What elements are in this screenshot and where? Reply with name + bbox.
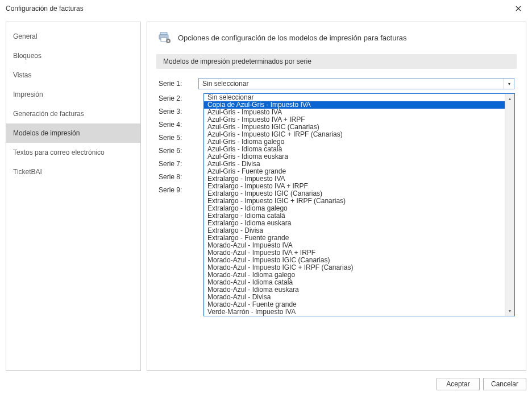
accept-button[interactable]: Aceptar xyxy=(437,378,480,390)
sidebar-item[interactable]: General xyxy=(6,27,140,46)
close-icon xyxy=(516,6,521,11)
printer-gear-icon xyxy=(159,31,171,44)
series-label: Serie 2: xyxy=(159,94,198,102)
sidebar-item[interactable]: Textos para correo electrónico xyxy=(6,143,140,162)
series-label: Serie 1: xyxy=(159,80,198,88)
series-label: Serie 8: xyxy=(159,173,198,181)
sidebar-item[interactable]: TicketBAI xyxy=(6,162,140,182)
scrollbar[interactable]: ▴ ▾ xyxy=(505,94,514,316)
series-label: Serie 5: xyxy=(159,134,198,142)
svg-rect-0 xyxy=(160,32,167,35)
close-button[interactable] xyxy=(510,3,526,14)
sidebar-item[interactable]: Modelos de impresión xyxy=(6,123,140,143)
svg-point-4 xyxy=(168,40,169,42)
content-title: Opciones de configuración de los modelos… xyxy=(178,34,407,42)
combo-value: Sin seleccionar xyxy=(202,80,248,88)
series-row: Serie 1:Sin seleccionar▾ xyxy=(159,78,514,89)
footer: Aceptar Cancelar xyxy=(437,378,526,390)
content-header: Opciones de configuración de los modelos… xyxy=(147,31,526,54)
series-label: Serie 6: xyxy=(159,147,198,155)
window-title: Configuración de facturas xyxy=(6,5,84,13)
dropdown-list[interactable]: Sin seleccionarCopia de Azul-Gris - Impu… xyxy=(203,93,515,316)
sidebar-item[interactable]: Vistas xyxy=(6,65,140,85)
scroll-down-icon[interactable]: ▾ xyxy=(505,306,514,316)
titlebar: Configuración de facturas xyxy=(0,0,532,16)
svg-rect-2 xyxy=(161,38,167,42)
sidebar-item[interactable]: Generación de facturas xyxy=(6,104,140,123)
chevron-down-icon[interactable]: ▾ xyxy=(504,79,514,89)
series-label: Serie 9: xyxy=(159,186,198,194)
series-label: Serie 3: xyxy=(159,108,198,116)
section-header: Modelos de impresión predeterminados por… xyxy=(156,54,517,69)
series-label: Serie 7: xyxy=(159,160,198,168)
cancel-button[interactable]: Cancelar xyxy=(483,378,526,390)
series-combo[interactable]: Sin seleccionar▾ xyxy=(198,78,514,89)
dropdown-option[interactable]: Verde-Marrón - Impuesto IVA xyxy=(204,308,505,316)
scroll-up-icon[interactable]: ▴ xyxy=(505,94,514,104)
sidebar: GeneralBloqueosVistasImpresiónGeneración… xyxy=(6,22,141,371)
sidebar-item[interactable]: Impresión xyxy=(6,85,140,104)
series-label: Serie 4: xyxy=(159,121,198,129)
sidebar-item[interactable]: Bloqueos xyxy=(6,46,140,65)
